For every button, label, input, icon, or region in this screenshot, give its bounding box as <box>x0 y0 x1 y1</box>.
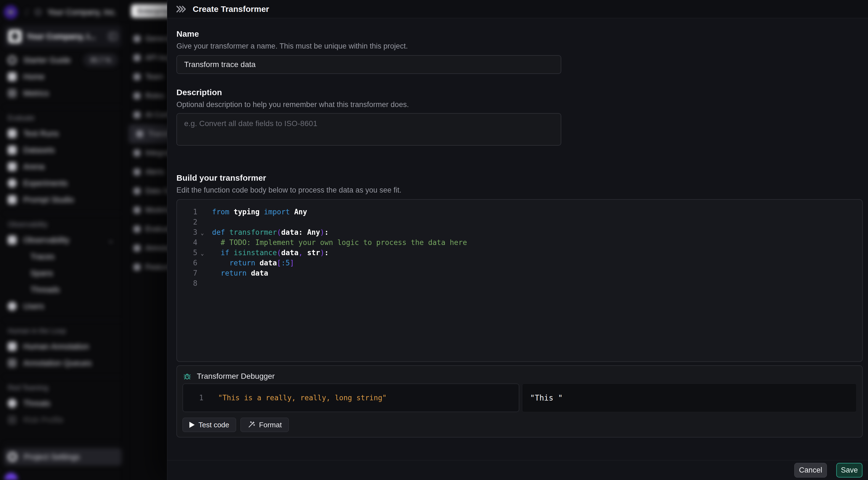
user-avatar[interactable] <box>4 473 18 480</box>
settings-nav: GeneralAPI keysTeamRolesAI ConfigTransfo… <box>126 24 170 480</box>
collapse-chevrons-icon[interactable] <box>176 5 187 13</box>
save-button[interactable]: Save <box>836 463 863 478</box>
sidebar-item-human-annotation[interactable]: Human Annotation <box>4 338 122 355</box>
debugger-buttons: Test code Format <box>183 418 289 432</box>
cancel-button[interactable]: Cancel <box>794 463 827 478</box>
code-text: "This is a really, really, long string" <box>204 393 386 403</box>
editor-line-1[interactable]: 1from typing import Any <box>177 207 862 217</box>
settings-nav-item-api-keys[interactable]: API keys <box>126 48 170 67</box>
settings-nav-label: AI Config <box>146 111 170 119</box>
sidebar-item-label: Project Settings <box>24 452 80 461</box>
sidebar-section-title: Human in the Loop <box>4 325 122 338</box>
settings-nav-item-team[interactable]: Team <box>126 67 170 87</box>
line-number: 8 <box>177 278 197 288</box>
fold-chevron-icon[interactable]: ⌄ <box>201 228 204 238</box>
sidebar-section-title: Red Teaming <box>4 381 122 395</box>
settings-nav-label: Transformers <box>148 130 170 138</box>
chevron-down-icon[interactable]: ⌄ <box>108 236 114 245</box>
line-number: 5 <box>177 248 197 258</box>
settings-nav-item-alerts[interactable]: Alerts <box>126 163 170 181</box>
editor-line-5[interactable]: 5⌄ if isinstance(data, str): <box>177 248 862 258</box>
code-editor[interactable]: 1from typing import Any23⌄def transforme… <box>177 199 863 362</box>
roles-icon <box>134 93 141 99</box>
code-text: if isinstance(data, str): <box>197 248 329 258</box>
settings-nav-item-annotations[interactable]: Annotations <box>126 239 170 258</box>
sidebar-item-label: Starter Guide <box>23 56 71 65</box>
org-breadcrumb[interactable]: Your Company, Inc. <box>47 8 117 17</box>
settings-nav-item-transformers[interactable]: Transformers <box>129 125 170 143</box>
sidebar-item-label: Users <box>23 302 44 311</box>
debugger-line-1[interactable]: 1"This is a really, really, long string" <box>183 384 519 412</box>
editor-line-7[interactable]: 7 return data <box>177 268 862 278</box>
org-avatar-icon <box>8 30 22 43</box>
sidebar-collapse-icon[interactable] <box>108 33 117 40</box>
editor-line-3[interactable]: 3⌄def transformer(data: Any): <box>177 227 862 238</box>
settings-nav-item-ai-config[interactable]: AI Config <box>126 105 170 125</box>
observability-icon <box>8 236 17 244</box>
editor-line-4[interactable]: 4 # TODO: Implement your own logic to pr… <box>177 238 862 248</box>
code-text: return data <box>197 268 268 278</box>
test-code-button[interactable]: Test code <box>183 418 236 432</box>
sidebar-item-project-settings[interactable]: Project Settings <box>4 448 122 466</box>
sidebar-item-label: Threats <box>23 399 50 408</box>
sidebar-item-traces[interactable]: Traces <box>4 248 122 265</box>
sidebar-item-metrics[interactable]: Metrics <box>4 85 122 102</box>
settings-nav-item-general[interactable]: General <box>126 29 170 48</box>
sidebar-item-spans[interactable]: Spans <box>4 265 122 281</box>
experiments-icon <box>8 179 17 187</box>
name-input[interactable] <box>177 55 561 74</box>
test-runs-icon <box>8 129 17 138</box>
settings-nav-item-data-sources[interactable]: Data Sources <box>126 181 170 201</box>
sidebar-item-experiments[interactable]: Experiments <box>4 175 122 192</box>
debugger-input-editor[interactable]: 1"This is a really, really, long string" <box>183 383 519 412</box>
org-switcher[interactable]: Your Company, I... <box>4 25 122 47</box>
sidebar-item-observability[interactable]: Observability⌄ <box>4 232 122 248</box>
sidebar-group: Starter Guide85.7 %HomeMetrics <box>4 50 122 102</box>
description-textarea[interactable] <box>177 113 561 146</box>
features-icon <box>134 264 141 271</box>
code-text: from typing import Any <box>197 207 307 217</box>
sidebar-item-label: Datasets <box>23 146 55 155</box>
sidebar-item-datasets[interactable]: Datasets <box>4 142 122 158</box>
debugger-output: "This " <box>522 383 857 412</box>
editor-line-6[interactable]: 6 return data[:5] <box>177 258 862 268</box>
sidebar-item-threats[interactable]: Threats <box>4 395 122 412</box>
human-annotation-icon <box>8 342 17 351</box>
settings-nav-label: Data Sources <box>146 187 170 195</box>
models-icon <box>134 207 141 213</box>
fold-chevron-icon[interactable]: ⌄ <box>201 248 204 259</box>
line-number: 1 <box>177 207 197 217</box>
settings-nav-item-roles[interactable]: Roles <box>126 87 170 105</box>
sidebar-item-test-runs[interactable]: Test Runs <box>4 125 122 142</box>
sidebar-item-label: Test Runs <box>23 129 59 138</box>
sidebar-item-starter-guide[interactable]: Starter Guide85.7 % <box>4 52 122 68</box>
settings-nav-label: Evaluators <box>146 225 170 233</box>
settings-nav-item-integrations[interactable]: Integrations <box>126 143 170 163</box>
settings-nav-item-evaluators[interactable]: Evaluators <box>126 219 170 239</box>
transformers-icon <box>136 131 143 137</box>
format-button[interactable]: Format <box>241 418 288 432</box>
editor-line-2[interactable]: 2 <box>177 217 862 227</box>
settings-nav-item-models[interactable]: Models <box>126 201 170 219</box>
sidebar-item-risk-profile[interactable]: Risk Profile <box>4 412 122 428</box>
sidebar-footer: Project Settings <box>4 443 122 466</box>
sidebar-item-users[interactable]: Users <box>4 298 122 314</box>
sidebar-section-title: Evaluate <box>4 112 122 125</box>
org-badge-icon <box>35 9 41 15</box>
org-logo[interactable] <box>4 6 17 19</box>
line-number: 6 <box>177 258 197 268</box>
sidebar-item-annotation-queues[interactable]: Annotation Queues <box>4 355 122 371</box>
sidebar-spacer <box>4 428 122 443</box>
breadcrumb-separator: / <box>25 7 28 18</box>
users-icon <box>8 302 17 311</box>
sidebar-item-arena[interactable]: Arena <box>4 158 122 175</box>
sidebar-item-threads[interactable]: Threads <box>4 281 122 298</box>
settings-nav-label: Team <box>146 73 164 81</box>
sidebar-item-label: Arena <box>23 162 44 171</box>
debugger-title: Transformer Debugger <box>197 372 275 381</box>
settings-nav-item-features[interactable]: Features <box>126 258 170 277</box>
sidebar-item-home[interactable]: Home <box>4 68 122 85</box>
editor-line-8[interactable]: 8 <box>177 278 862 288</box>
sidebar-item-prompt-studio[interactable]: Prompt Studio <box>4 192 122 208</box>
settings-nav-list: GeneralAPI keysTeamRolesAI ConfigTransfo… <box>126 29 170 277</box>
